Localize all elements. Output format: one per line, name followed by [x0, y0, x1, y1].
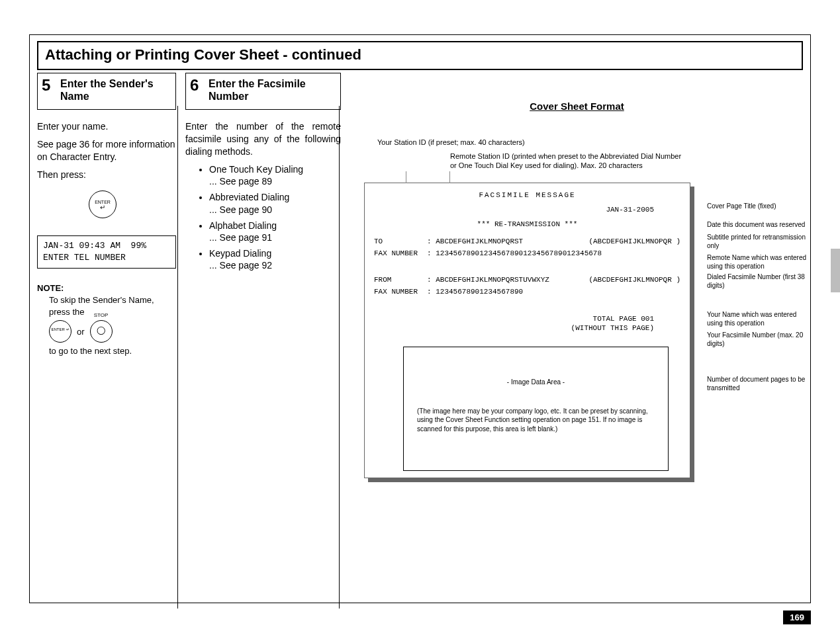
- fax-to-paren: (ABCDEFGHIJKLMNOPQR ): [588, 237, 680, 245]
- fax-subtitle: *** RE-TRANSMISSION ***: [374, 220, 680, 228]
- fax-to-row: TO : ABCDEFGHIJKLMNOPQRST (ABCDEFGHIJKLM…: [374, 237, 680, 245]
- page-number: 169: [783, 610, 811, 624]
- callout-subtitle: Subtitle printed for retransmission only: [707, 233, 813, 250]
- callout-remote-name: Remote Name which was entered using this…: [707, 254, 813, 271]
- or-text: or: [77, 327, 85, 337]
- fax-from-paren: (ABCDEFGHIJKLMNOPQR ): [588, 276, 680, 284]
- enter-button-icon: ENTER ↵: [89, 190, 117, 218]
- dial-item-name: One Touch Key Dialing: [209, 164, 303, 175]
- step-5-p2: See page 36 for more information on Char…: [37, 138, 176, 163]
- section-header: Attaching or Printing Cover Sheet - cont…: [37, 41, 803, 70]
- stop-button-label: STOP: [91, 313, 112, 318]
- callout-your-name: Your Name which was entered using this o…: [707, 311, 813, 327]
- image-data-area: - Image Data Area - (The image here may …: [403, 347, 669, 471]
- callout-cover-title: Cover Page Title (fixed): [707, 202, 813, 211]
- step-5-box: 5 Enter the Sender's Name: [37, 73, 176, 110]
- dial-item-ref: ... See page 89: [209, 176, 272, 187]
- image-area-text: (The image here may be your company logo…: [417, 407, 655, 434]
- dial-item-name: Abbreviated Dialing: [209, 192, 289, 202]
- column-divider-1: [177, 106, 178, 609]
- step-6-p1: Enter the number of the remote facsimile…: [185, 120, 341, 158]
- callout-date: Date this document was reserved: [707, 221, 813, 230]
- list-item: Keypad Dialing... See page 92: [209, 247, 341, 271]
- lcd-display: JAN-31 09:43 AM 99% ENTER TEL NUMBER: [37, 235, 176, 269]
- measure-line-1-icon: [406, 171, 406, 183]
- callout-total-pages: Number of document pages to be transmitt…: [707, 376, 813, 392]
- step-5-number: 5: [42, 76, 50, 95]
- section-edge-tab: [831, 249, 840, 292]
- callout-your-fax: Your Facsimile Number (max. 20 digits): [707, 331, 813, 348]
- fax-sheet-content: FACSIMILE MESSAGE JAN-31-2005 *** RE-TRA…: [364, 183, 690, 479]
- fax-cover-sheet: FACSIMILE MESSAGE JAN-31-2005 *** RE-TRA…: [364, 183, 690, 479]
- fax-number-to-row: FAX NUMBER : 123456789012345678901234567…: [374, 249, 680, 257]
- fax-total-line2: (WITHOUT THIS PAGE): [374, 323, 654, 333]
- stop-glyph-icon: ◯: [91, 326, 112, 334]
- list-item: One Touch Key Dialing... See page 89: [209, 163, 341, 187]
- step-5-p1: Enter your name.: [37, 120, 176, 133]
- note-heading: NOTE:: [37, 283, 176, 293]
- fax-from-value: : ABCDEFGHIJKLMNOPQRSTUVWXYZ: [427, 276, 549, 284]
- fax-total-block: TOTAL PAGE 001 (WITHOUT THIS PAGE): [374, 314, 680, 334]
- dial-item-name: Alphabet Dialing: [209, 220, 277, 231]
- fax-from-label: FROM: [374, 276, 427, 284]
- fax-number-value-2: : 12345678901234567890: [427, 288, 523, 296]
- remote-id-note: Remote Station ID (printed when preset t…: [450, 151, 688, 171]
- fax-to-value: : ABCDEFGHIJKLMNOPQRST: [427, 237, 523, 245]
- fax-from-row: FROM : ABCDEFGHIJKLMNOPQRSTUVWXYZ (ABCDE…: [374, 276, 680, 284]
- list-item: Alphabet Dialing... See page 91: [209, 220, 341, 243]
- step-5-p3: Then press:: [37, 169, 176, 181]
- step-6-number: 6: [190, 76, 199, 95]
- list-item: Abbreviated Dialing... See page 90: [209, 191, 341, 215]
- enter-small-arrow-icon: ↵: [66, 327, 70, 331]
- dial-item-ref: ... See page 91: [209, 232, 272, 243]
- step-5-title: Enter the Sender's Name: [60, 77, 170, 103]
- cover-sheet-format-title: Cover Sheet Format: [351, 101, 803, 112]
- fax-number-label-1: FAX NUMBER: [374, 249, 427, 257]
- step-6-box: 6 Enter the Facsimile Number: [185, 73, 341, 110]
- step-6-column: 6 Enter the Facsimile Number Enter the n…: [185, 73, 341, 276]
- step-5-column: 5 Enter the Sender's Name Enter your nam…: [37, 73, 176, 357]
- enter-arrow-icon: ↵: [89, 204, 116, 211]
- enter-small-label: ENTER: [51, 327, 64, 331]
- dial-item-ref: ... See page 92: [209, 260, 272, 271]
- fax-number-value-1: : 12345678901234567890123456789012345678: [427, 249, 602, 257]
- stop-button-icon: STOP ◯: [90, 320, 113, 343]
- callout-dialed-fax: Dialed Facsimile Number (first 38 digits…: [707, 273, 813, 290]
- measure-line-2-icon: [449, 171, 450, 183]
- note-body-1: To skip the Sender's Name, press the: [49, 294, 176, 317]
- fax-date: JAN-31-2005: [374, 206, 680, 214]
- fax-title: FACSIMILE MESSAGE: [374, 191, 680, 199]
- image-area-title: - Image Data Area -: [417, 378, 655, 387]
- dial-item-name: Keypad Dialing: [209, 248, 271, 259]
- fax-total-line1: TOTAL PAGE 001: [374, 314, 654, 324]
- fax-number-from-row: FAX NUMBER : 12345678901234567890: [374, 288, 680, 296]
- station-id-note: Your Station ID (if preset; max. 40 char…: [377, 138, 803, 146]
- step-6-title: Enter the Facsimile Number: [209, 77, 335, 103]
- fax-to-label: TO: [374, 237, 427, 245]
- lcd-line-1: JAN-31 09:43 AM 99%: [43, 241, 146, 251]
- dialing-methods-list: One Touch Key Dialing... See page 89 Abb…: [209, 163, 341, 272]
- note-body-2: to go to the next step.: [49, 345, 176, 357]
- enter-button-small-icon: ENTER ↵: [49, 320, 71, 343]
- callouts-column: Cover Page Title (fixed) Date this docum…: [707, 202, 813, 392]
- dial-item-ref: ... See page 90: [209, 204, 272, 215]
- note-buttons-row: ENTER ↵ or STOP ◯: [49, 320, 176, 343]
- fax-number-label-2: FAX NUMBER: [374, 288, 427, 296]
- lcd-line-2: ENTER TEL NUMBER: [43, 253, 126, 263]
